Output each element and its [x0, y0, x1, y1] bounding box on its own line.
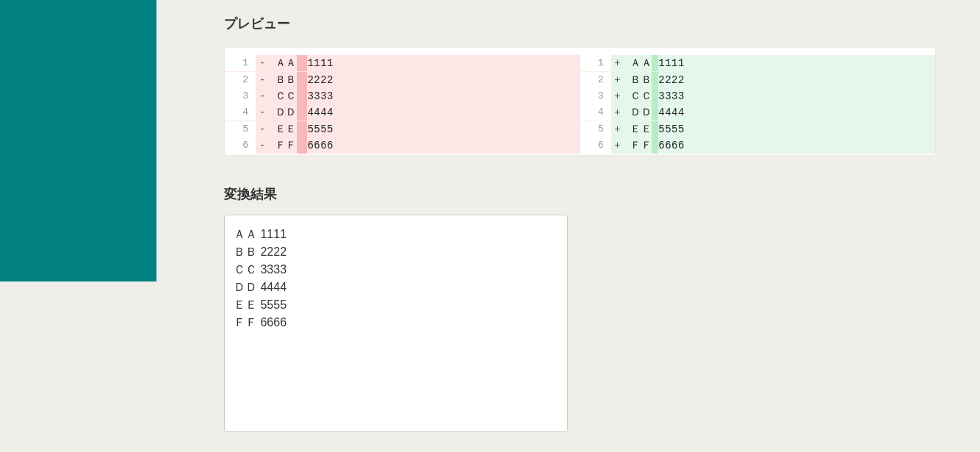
diff-lineno: 5: [580, 121, 611, 137]
diff-removed-side: 1- ＡＡ 11112- ＢＢ 22223- ＣＣ 33334- ＤＤ 4444…: [225, 55, 580, 154]
sidebar: [0, 0, 156, 281]
diff-sign: +: [611, 104, 624, 121]
diff-text: ＢＢ 2222: [269, 72, 334, 88]
diff-highlight-removed: [297, 72, 308, 88]
preview-heading: プレビュー: [224, 15, 936, 32]
diff-highlight-added: [652, 72, 658, 88]
diff-row: 3+ ＣＣ 3333: [580, 88, 936, 104]
main-content: プレビュー 1- ＡＡ 11112- ＢＢ 22223- ＣＣ 33334- Ｄ…: [156, 0, 980, 432]
diff-sign: +: [611, 121, 624, 137]
diff-lineno: 5: [225, 121, 256, 137]
diff-sign: -: [256, 72, 269, 88]
diff-text: ＦＦ 6666: [269, 137, 334, 154]
diff-row: 4+ ＤＤ 4444: [580, 104, 936, 121]
diff-lineno: 4: [580, 104, 611, 121]
diff-lineno: 6: [225, 137, 256, 154]
diff-highlight-added: [652, 55, 658, 71]
diff-preview: 1- ＡＡ 11112- ＢＢ 22223- ＣＣ 33334- ＤＤ 4444…: [224, 47, 936, 156]
diff-sign: +: [611, 137, 624, 154]
diff-highlight-removed: [297, 55, 308, 71]
diff-highlight-removed: [297, 88, 308, 104]
diff-text: ＦＦ 6666: [624, 137, 685, 154]
diff-sign: +: [611, 55, 624, 71]
diff-highlight-removed: [297, 104, 308, 121]
diff-added-side: 1+ ＡＡ 11112+ ＢＢ 22223+ ＣＣ 33334+ ＤＤ 4444…: [580, 55, 936, 154]
diff-highlight-removed: [297, 137, 308, 154]
diff-sign: -: [256, 121, 269, 137]
diff-sign: -: [256, 55, 269, 71]
diff-row: 4- ＤＤ 4444: [225, 104, 580, 121]
diff-highlight-removed: [297, 121, 308, 137]
result-output[interactable]: ＡＡ 1111 ＢＢ 2222 ＣＣ 3333 ＤＤ 4444 ＥＥ 5555 …: [224, 215, 568, 432]
diff-row: 3- ＣＣ 3333: [225, 88, 580, 104]
diff-text: ＥＥ 5555: [269, 121, 334, 137]
diff-lineno: 6: [580, 137, 611, 154]
result-heading: 変換結果: [224, 185, 936, 203]
diff-highlight-added: [652, 88, 658, 104]
diff-lineno: 2: [580, 72, 611, 88]
diff-text: ＣＣ 3333: [624, 88, 685, 104]
diff-sign: +: [611, 72, 624, 88]
diff-sign: -: [256, 104, 269, 121]
diff-sign: -: [256, 88, 269, 104]
diff-lineno: 3: [580, 88, 611, 104]
diff-highlight-added: [652, 104, 658, 121]
diff-sign: +: [611, 88, 624, 104]
diff-lineno: 4: [225, 104, 256, 121]
diff-text: ＣＣ 3333: [269, 88, 334, 104]
diff-row: 2+ ＢＢ 2222: [580, 71, 936, 87]
diff-row: 2- ＢＢ 2222: [225, 71, 580, 87]
diff-lineno: 3: [225, 88, 256, 104]
diff-text: ＡＡ 1111: [269, 55, 334, 71]
diff-text: ＤＤ 4444: [624, 104, 685, 121]
diff-row: 5+ ＥＥ 5555: [580, 121, 936, 137]
diff-highlight-added: [652, 121, 658, 137]
diff-row: 6+ ＦＦ 6666: [580, 137, 936, 154]
diff-text: ＤＤ 4444: [269, 104, 334, 121]
diff-row: 6- ＦＦ 6666: [225, 137, 580, 154]
diff-text: ＡＡ 1111: [624, 55, 685, 71]
diff-row: 5- ＥＥ 5555: [225, 121, 580, 137]
diff-row: 1- ＡＡ 1111: [225, 55, 580, 71]
result-section: 変換結果 ＡＡ 1111 ＢＢ 2222 ＣＣ 3333 ＤＤ 4444 ＥＥ …: [224, 185, 936, 432]
diff-sign: -: [256, 137, 269, 154]
diff-lineno: 2: [225, 72, 256, 88]
diff-row: 1+ ＡＡ 1111: [580, 55, 936, 71]
diff-text: ＥＥ 5555: [624, 121, 685, 137]
diff-lineno: 1: [225, 55, 256, 71]
diff-lineno: 1: [580, 55, 611, 71]
diff-highlight-added: [652, 137, 658, 154]
diff-text: ＢＢ 2222: [624, 72, 685, 88]
